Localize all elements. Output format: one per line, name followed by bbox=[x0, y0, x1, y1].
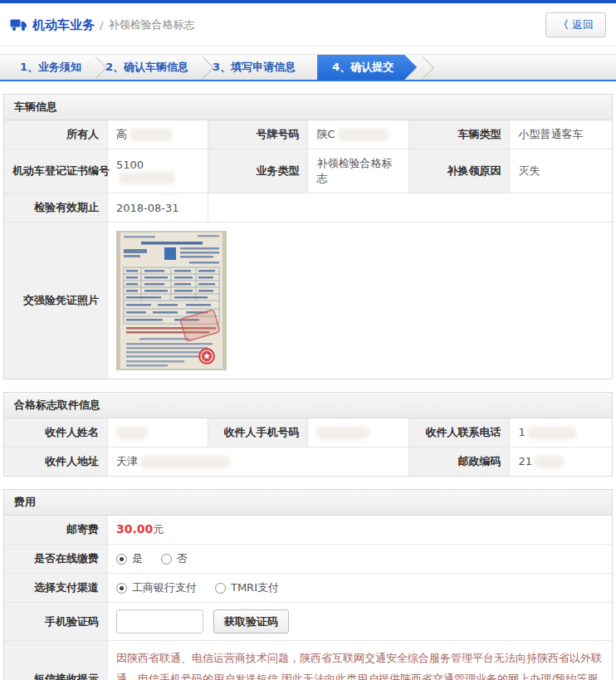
pickup-info-table: 收件人姓名 收件人手机号码 收件人联系电话 1 收件人地址 天津 邮政编码 21 bbox=[4, 418, 612, 476]
postal-code-value: 21 bbox=[510, 448, 612, 477]
vehicle-info-title: 车辆信息 bbox=[4, 95, 612, 120]
postage-label: 邮寄费 bbox=[4, 516, 107, 545]
online-pay-yes-label[interactable]: 是 bbox=[132, 551, 143, 566]
empty-cell bbox=[208, 193, 612, 223]
postal-code-label: 邮政编码 bbox=[408, 448, 510, 477]
pay-channel-tmri-label[interactable]: TMRI支付 bbox=[231, 580, 279, 595]
breadcrumb-page: 补领检验合格标志 bbox=[108, 17, 194, 32]
redaction-blur bbox=[116, 427, 148, 439]
redaction-blur bbox=[338, 129, 389, 141]
pay-channel-options: 工商银行支付 TMRI支付 bbox=[107, 574, 612, 603]
back-button-label: 返回 bbox=[572, 17, 594, 32]
inspection-expiry-value: 2018-08-31 bbox=[107, 193, 208, 223]
business-type-label: 业务类型 bbox=[208, 149, 308, 193]
sms-code-input[interactable] bbox=[116, 609, 203, 634]
insurance-photo-cell bbox=[107, 223, 612, 379]
fees-section: 费用 邮寄费 30.00元 是否在线缴费 是 否 选择支付渠道 bbox=[3, 489, 613, 680]
reissue-reason-label: 补换领原因 bbox=[408, 149, 510, 193]
table-row: 手机验证码 获取验证码 bbox=[4, 603, 612, 641]
inspection-expiry-label: 检验有效期止 bbox=[4, 193, 107, 223]
fees-table: 邮寄费 30.00元 是否在线缴费 是 否 选择支付渠道 工商银行支付 bbox=[4, 516, 612, 680]
recipient-mobile-value bbox=[308, 418, 409, 448]
table-row: 所有人 高 号牌号码 陕C 车辆类型 小型普通客车 bbox=[4, 120, 612, 149]
pay-channel-label: 选择支付渠道 bbox=[4, 574, 107, 603]
recipient-phone-label: 收件人联系电话 bbox=[408, 418, 510, 448]
table-row: 检验有效期止 2018-08-31 bbox=[4, 193, 612, 223]
get-code-button[interactable]: 获取验证码 bbox=[213, 609, 289, 634]
owner-label: 所有人 bbox=[4, 120, 107, 149]
postage-unit: 元 bbox=[153, 523, 164, 536]
table-row: 短信接收提示 因陕西省联通、电信运营商技术问题，陕西省互联网交通安全综合服务管理… bbox=[4, 641, 612, 680]
breadcrumb-separator: / bbox=[100, 19, 103, 32]
insurance-certificate-photo[interactable] bbox=[116, 231, 227, 370]
radio-pay-channel-icbc[interactable] bbox=[116, 583, 127, 594]
registration-cert-value: 5100 bbox=[107, 149, 208, 193]
fees-title: 费用 bbox=[4, 490, 612, 516]
insurance-photo-label: 交强险凭证照片 bbox=[4, 223, 107, 379]
back-arrow-icon: 〈 bbox=[558, 17, 569, 32]
recipient-address-label: 收件人地址 bbox=[4, 448, 107, 477]
sms-notice-text: 因陕西省联通、电信运营商技术问题，陕西省互联网交通安全综合服务管理平台无法向持陕… bbox=[116, 648, 604, 680]
online-pay-label: 是否在线缴费 bbox=[4, 545, 107, 574]
step-1-notice[interactable]: 1、业务须知 bbox=[7, 55, 95, 80]
table-row: 收件人姓名 收件人手机号码 收件人联系电话 1 bbox=[4, 418, 612, 448]
sms-notice-label: 短信接收提示 bbox=[4, 641, 107, 680]
chevron-right-icon bbox=[412, 56, 434, 79]
registration-cert-label: 机动车登记证书编号 bbox=[4, 149, 107, 193]
pickup-info-title: 合格标志取件信息 bbox=[4, 393, 612, 418]
radio-online-pay-yes[interactable] bbox=[116, 554, 127, 565]
breadcrumb-section[interactable]: 机动车业务 bbox=[32, 17, 95, 33]
truck-icon bbox=[10, 18, 27, 32]
redaction-blur bbox=[535, 456, 565, 468]
table-row: 收件人地址 天津 邮政编码 21 bbox=[4, 448, 612, 477]
redaction-blur bbox=[130, 129, 173, 141]
online-pay-no-label[interactable]: 否 bbox=[177, 551, 188, 566]
table-row: 机动车登记证书编号 5100 业务类型 补领检验合格标志 补换领原因 灭失 bbox=[4, 149, 612, 193]
redaction-blur bbox=[119, 172, 175, 184]
vehicle-info-section: 车辆信息 所有人 高 号牌号码 陕C 车辆类型 小型普通客车 机动车登记证书编号… bbox=[3, 94, 613, 379]
step-4-confirm-submit[interactable]: 4、确认提交 bbox=[317, 55, 417, 80]
sms-code-cell: 获取验证码 bbox=[107, 603, 612, 641]
recipient-mobile-label: 收件人手机号码 bbox=[208, 418, 308, 448]
step-2-confirm-vehicle[interactable]: 2、确认车辆信息 bbox=[92, 55, 202, 80]
pickup-info-section: 合格标志取件信息 收件人姓名 收件人手机号码 收件人联系电话 1 收件人地址 天… bbox=[3, 392, 613, 477]
sms-code-label: 手机验证码 bbox=[4, 603, 107, 641]
recipient-name-value bbox=[107, 418, 208, 448]
vehicle-type-label: 车辆类型 bbox=[408, 120, 510, 149]
redaction-blur bbox=[528, 427, 576, 439]
vehicle-info-table: 所有人 高 号牌号码 陕C 车辆类型 小型普通客车 机动车登记证书编号 5100… bbox=[4, 120, 612, 379]
table-row: 邮寄费 30.00元 bbox=[4, 516, 612, 545]
postage-amount: 30.00 bbox=[116, 522, 153, 536]
sms-notice-cell: 因陕西省联通、电信运营商技术问题，陕西省互联网交通安全综合服务管理平台无法向持陕… bbox=[107, 641, 612, 680]
table-row: 选择支付渠道 工商银行支付 TMRI支付 bbox=[4, 574, 612, 603]
step-navigation: 1、业务须知 2、确认车辆信息 3、填写申请信息 4、确认提交 bbox=[0, 54, 616, 81]
table-row: 是否在线缴费 是 否 bbox=[4, 545, 612, 574]
owner-value: 高 bbox=[107, 120, 208, 149]
recipient-name-label: 收件人姓名 bbox=[4, 418, 107, 448]
recipient-address-value: 天津 bbox=[107, 448, 408, 477]
page-header: 机动车业务 / 补领检验合格标志 〈 返回 bbox=[0, 3, 616, 46]
plate-number-value: 陕C bbox=[308, 120, 409, 149]
radio-online-pay-no[interactable] bbox=[161, 554, 172, 565]
recipient-phone-value: 1 bbox=[510, 418, 612, 448]
table-row: 交强险凭证照片 bbox=[4, 223, 612, 379]
redaction-blur bbox=[316, 427, 369, 439]
radio-pay-channel-tmri[interactable] bbox=[215, 583, 226, 594]
vehicle-type-value: 小型普通客车 bbox=[510, 120, 612, 149]
step-3-fill-application[interactable]: 3、填写申请信息 bbox=[199, 55, 309, 80]
online-pay-options: 是 否 bbox=[107, 545, 612, 574]
plate-number-label: 号牌号码 bbox=[208, 120, 308, 149]
redaction-blur bbox=[140, 456, 230, 468]
reissue-reason-value: 灭失 bbox=[510, 149, 612, 193]
pay-channel-icbc-label[interactable]: 工商银行支付 bbox=[132, 580, 197, 595]
back-button[interactable]: 〈 返回 bbox=[545, 12, 606, 37]
postage-value: 30.00元 bbox=[107, 516, 612, 545]
business-type-value: 补领检验合格标志 bbox=[308, 149, 409, 193]
